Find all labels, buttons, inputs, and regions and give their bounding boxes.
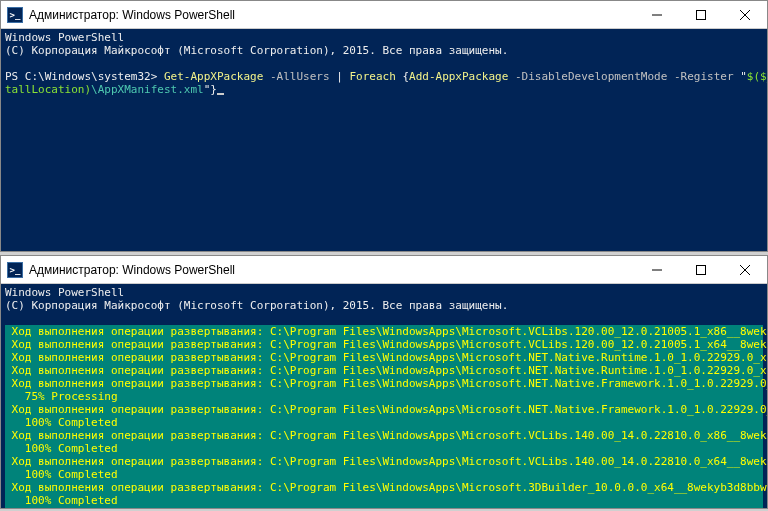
progress-line: Ход выполнения операции развертывания: C… [5, 338, 763, 351]
minimize-button[interactable] [635, 256, 679, 283]
progress-line: Ход выполнения операции развертывания: C… [5, 481, 763, 494]
powershell-icon: >_ [7, 7, 23, 23]
progress-status: 100% Completed [5, 468, 763, 481]
cmd-flag: -DisableDevelopmentMode -Register [515, 70, 734, 83]
cmd-text: } [210, 83, 217, 96]
svg-rect-1 [697, 10, 706, 19]
banner-line: (C) Корпорация Майкрософт (Microsoft Cor… [5, 299, 508, 312]
cursor [217, 93, 224, 95]
progress-status: 100% Completed [5, 494, 763, 507]
maximize-button[interactable] [679, 256, 723, 283]
titlebar[interactable]: >_ Администратор: Windows PowerShell [1, 256, 767, 284]
cmd-interp: tallLocation) [5, 83, 91, 96]
cmd-text: Get-AppXPackage [157, 70, 270, 83]
prompt: PS C:\Windows\system32> [5, 70, 157, 83]
banner-line: Windows PowerShell [5, 286, 124, 299]
powershell-window-top: >_ Администратор: Windows PowerShell Win… [0, 0, 768, 252]
progress-status: 100% Completed [5, 442, 763, 455]
cmd-text: | [330, 70, 350, 83]
banner-line: (C) Корпорация Майкрософт (Microsoft Cor… [5, 44, 508, 57]
progress-line: Ход выполнения операции развертывания: C… [5, 455, 763, 468]
cmd-text: " [734, 70, 747, 83]
terminal-area[interactable]: Windows PowerShell (C) Корпорация Майкро… [1, 284, 767, 508]
window-title: Администратор: Windows PowerShell [29, 263, 635, 277]
powershell-window-bottom: >_ Администратор: Windows PowerShell Win… [0, 255, 768, 509]
cmd-interp: $($_.Ins [747, 70, 767, 83]
window-title: Администратор: Windows PowerShell [29, 8, 635, 22]
progress-output: Ход выполнения операции развертывания: C… [5, 325, 763, 508]
cmd-text: Foreach [349, 70, 402, 83]
progress-line: Ход выполнения операции развертывания: C… [5, 403, 763, 416]
progress-line: Ход выполнения операции развертывания: C… [5, 325, 763, 338]
banner-line: Windows PowerShell [5, 31, 124, 44]
progress-line: Ход выполнения операции развертывания: C… [5, 377, 763, 390]
window-controls [635, 256, 767, 283]
powershell-icon: >_ [7, 262, 23, 278]
cmd-text: Add-AppxPackage [409, 70, 515, 83]
progress-line: Ход выполнения операции развертывания: C… [5, 429, 763, 442]
terminal-area[interactable]: Windows PowerShell (C) Корпорация Майкро… [1, 29, 767, 251]
titlebar[interactable]: >_ Администратор: Windows PowerShell [1, 1, 767, 29]
minimize-button[interactable] [635, 1, 679, 28]
cmd-path: \AppXManifest.xml [91, 83, 204, 96]
close-button[interactable] [723, 256, 767, 283]
window-controls [635, 1, 767, 28]
maximize-button[interactable] [679, 1, 723, 28]
close-button[interactable] [723, 1, 767, 28]
progress-status: 75% Processing [5, 390, 763, 403]
progress-line: Ход выполнения операции развертывания: C… [5, 364, 763, 377]
progress-line: Ход выполнения операции развертывания: C… [5, 507, 763, 508]
progress-status: 100% Completed [5, 416, 763, 429]
svg-rect-5 [697, 265, 706, 274]
cmd-flag: -AllUsers [270, 70, 330, 83]
progress-line: Ход выполнения операции развертывания: C… [5, 351, 763, 364]
